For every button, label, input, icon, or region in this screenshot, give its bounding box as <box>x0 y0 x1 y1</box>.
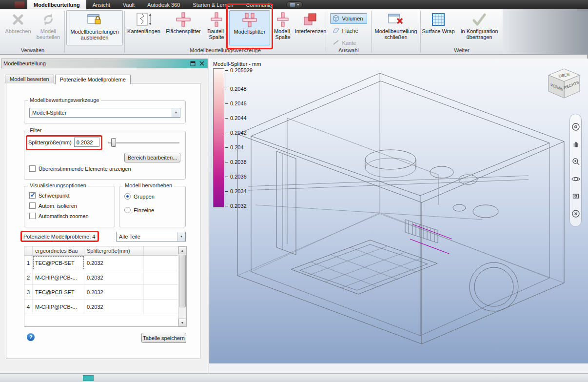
group-bewertungswerkzeuge-label: Modellbewertungswerkzeuge <box>28 97 101 103</box>
einzelne-radio[interactable] <box>124 207 131 213</box>
table-row[interactable]: 3 TEC@PCB-SET 0.2032 <box>24 285 186 300</box>
viewport-3d[interactable]: Modell-Splitter - mm 0.205029 0.2048 0.2… <box>209 59 588 363</box>
panel-title-bar[interactable]: Modellbeurteilung <box>1 59 208 68</box>
edge-lengths-button[interactable]: Kantenlängen <box>125 10 163 45</box>
save-table-label: Tabelle speichern <box>143 335 185 341</box>
assessment-tool-select[interactable]: Modell-Splitter <box>29 108 180 118</box>
legend-title: Modell-Splitter - mm <box>213 61 261 67</box>
problems-table: ergeordnetes Bau Splittergröße(mm) 1 TEC… <box>24 246 187 327</box>
table-row[interactable]: 4 M-CHIP@PCB-... 0.2032 <box>24 300 186 314</box>
orbit-icon[interactable] <box>571 175 580 183</box>
group-filter: Filter Splittergröße(mm) Bereich bearbei… <box>24 131 186 180</box>
header-parent-part: ergeordnetes Bau <box>33 246 84 255</box>
legend-tick: 0.204 <box>225 144 244 150</box>
evaluate-model-label: Modell beurteilen <box>34 28 63 40</box>
transfer-configuration-button[interactable]: In Konfiguration übertragen <box>456 10 503 45</box>
matching-elements-label: Übereinstimmende Elemente anzeigen <box>39 166 131 172</box>
row-part: TEC@PCB-SET <box>33 256 84 270</box>
hide-assessments-button[interactable]: Modellbeurteilungen ausblenden <box>66 10 123 45</box>
model-splitter-button[interactable]: Modellsplitter <box>229 10 270 45</box>
application-menu-icon[interactable] <box>15 1 24 8</box>
abort-button[interactable]: Abbrechen <box>2 10 34 45</box>
row-number: 3 <box>24 285 33 299</box>
tab-starten-lernen[interactable]: Starten & Lernen <box>186 0 239 9</box>
look-at-icon[interactable] <box>571 192 580 201</box>
row-part: M-CHIP@PCB-... <box>33 300 84 314</box>
select-face-label: Fläche <box>342 28 358 34</box>
tab-potenzielle-modellprobleme[interactable]: Potenzielle Modellprobleme <box>55 75 131 84</box>
scrollbar-thumb[interactable] <box>179 255 186 307</box>
face-splitter-button[interactable]: Flächensplitter <box>163 10 204 45</box>
quick-access-dropdown[interactable] <box>286 1 303 8</box>
steering-wheel-icon[interactable] <box>571 122 580 131</box>
matching-elements-checkbox[interactable] <box>29 165 36 172</box>
legend-tick: 0.2038 <box>225 159 247 165</box>
header-splitter-size: Splittergröße(mm) <box>84 246 144 255</box>
row-number: 2 <box>24 270 33 284</box>
status-indicator <box>83 375 94 381</box>
abort-label: Abbrechen <box>5 28 31 34</box>
splitter-size-label: Splittergröße(mm) <box>28 140 72 145</box>
close-assessment-button[interactable]: Modellbeurteilung schließen <box>372 10 419 45</box>
model-splitter-label: Modellsplitter <box>234 29 266 35</box>
edit-range-button[interactable]: Bereich bearbeiten... <box>124 153 180 162</box>
tick-dash <box>225 133 228 133</box>
window-close-icon <box>387 11 405 28</box>
select-volume-label: Volumen <box>342 16 363 21</box>
tab-modellbeurteilung[interactable]: Modellbeurteilung <box>27 0 86 9</box>
scroll-down-icon[interactable] <box>178 319 186 326</box>
tab-autodesk360[interactable]: Autodesk 360 <box>141 0 186 9</box>
close-navbar-icon[interactable] <box>571 209 580 218</box>
legend-color-bar <box>213 68 224 207</box>
group-label-werkzeuge: Modellbeurteilungswerkzeuge <box>125 47 326 54</box>
chevron-down-icon <box>172 108 180 117</box>
zoom-icon[interactable] <box>571 157 580 166</box>
help-icon[interactable] <box>27 333 35 341</box>
dock-pin-icon[interactable] <box>189 60 196 67</box>
tab-community[interactable]: Community <box>240 0 280 9</box>
select-volume-button[interactable]: Volumen <box>330 13 368 24</box>
scroll-up-icon[interactable] <box>178 246 186 254</box>
row-part: TEC@PCB-SET <box>33 285 84 299</box>
interferences-button[interactable]: Interferenzen <box>295 10 326 45</box>
group-filter-label: Filter <box>28 127 43 133</box>
close-icon[interactable] <box>198 60 205 67</box>
evaluate-model-button[interactable]: Modell beurteilen <box>34 10 63 45</box>
legend-tick: 0.2046 <box>225 101 247 106</box>
probleme-count-wrap: Potenzielle Modellprobleme: 4 <box>23 234 95 240</box>
tick-dash <box>225 191 228 192</box>
view-cube[interactable]: OBEN VORNE RECHTS <box>546 66 583 104</box>
pan-hand-icon[interactable] <box>571 140 580 148</box>
save-table-button[interactable]: Tabelle speichern <box>141 333 186 343</box>
slider-track[interactable] <box>108 142 179 143</box>
table-row[interactable]: 1 TEC@PCB-SET 0.2032 <box>24 256 186 270</box>
refresh-icon <box>39 11 57 28</box>
tab-vault[interactable]: Vault <box>117 0 141 9</box>
splitter-size-slider[interactable] <box>108 138 179 147</box>
parts-filter-select[interactable]: Alle Teile <box>116 232 186 241</box>
schwerpunkt-checkbox[interactable] <box>29 192 36 199</box>
part-gap-button[interactable]: Bauteil-Spalte <box>204 10 229 45</box>
autom-isolieren-label: Autom. isolieren <box>39 203 77 209</box>
automatisch-zoomen-checkbox[interactable] <box>29 213 36 219</box>
surface-wrap-button[interactable]: Surface Wrap <box>421 10 456 45</box>
select-face-button[interactable]: Fläche <box>330 25 368 36</box>
application-window: Modellbeurteilung Ansicht Vault Autodesk… <box>0 0 588 382</box>
ribbon-tab-bar: Modellbeurteilung Ansicht Vault Autodesk… <box>0 0 588 9</box>
tab-ansicht[interactable]: Ansicht <box>86 0 117 9</box>
model-gap-button[interactable]: Modell-Spalte <box>270 10 295 45</box>
autom-isolieren-checkbox[interactable] <box>29 202 36 209</box>
tab-modell-bewerten[interactable]: Modell bewerten <box>5 75 54 83</box>
ribbon-empty-area <box>503 9 588 54</box>
surface-wrap-label: Surface Wrap <box>422 28 454 34</box>
table-row[interactable]: 2 M-CHIP@PCB-... 0.2032 <box>24 270 186 285</box>
face-splitter-label: Flächensplitter <box>166 28 201 34</box>
splitter-size-input[interactable] <box>74 138 99 147</box>
gruppen-radio[interactable] <box>124 193 131 200</box>
table-scrollbar[interactable] <box>178 246 186 326</box>
quick-access-icon <box>290 3 295 7</box>
group-visualisierung: Visualisierungsoptionen Schwerpunkt Auto… <box>24 186 115 227</box>
status-bar <box>0 373 588 382</box>
slider-thumb[interactable] <box>111 138 116 147</box>
model-splitter-icon <box>241 12 258 28</box>
